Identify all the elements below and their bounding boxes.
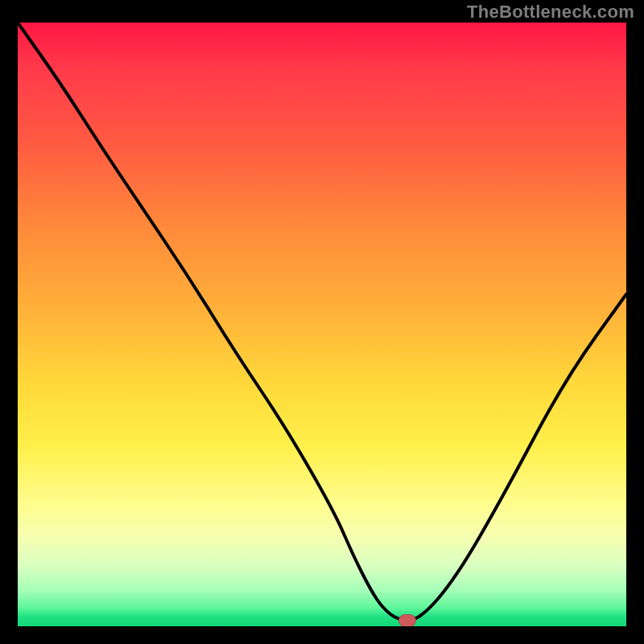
- bottleneck-curve: [18, 23, 626, 621]
- chart-frame: TheBottleneck.com: [0, 0, 644, 644]
- optimal-marker: [398, 614, 416, 627]
- curve-overlay: [18, 23, 626, 626]
- plot-area: [18, 23, 626, 626]
- watermark-text: TheBottleneck.com: [467, 2, 634, 23]
